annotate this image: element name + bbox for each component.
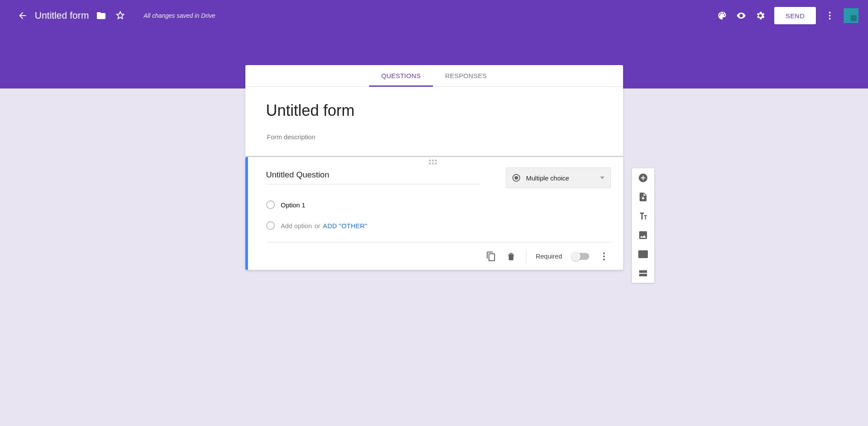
required-label: Required: [536, 252, 562, 260]
form-title[interactable]: Untitled form: [266, 102, 602, 120]
tab-responses[interactable]: RESPONSES: [433, 65, 499, 86]
add-option-text[interactable]: Add option: [281, 222, 312, 229]
palette-icon[interactable]: [717, 10, 727, 21]
form-title-header[interactable]: Untitled form: [35, 10, 89, 21]
svg-point-0: [829, 12, 831, 13]
required-toggle[interactable]: [572, 253, 589, 260]
duplicate-icon[interactable]: [486, 251, 496, 262]
send-button[interactable]: SEND: [774, 7, 816, 24]
more-vert-icon[interactable]: [599, 251, 609, 262]
question-type-select[interactable]: Multiple choice: [506, 167, 611, 188]
back-arrow-icon[interactable]: [17, 10, 28, 21]
add-other-button[interactable]: ADD "OTHER": [323, 222, 367, 229]
radio-outline-icon: [266, 221, 275, 230]
svg-point-4: [603, 256, 605, 257]
drag-handle-icon[interactable]: [429, 160, 439, 164]
add-option-row: Add option or ADD "OTHER": [266, 221, 611, 230]
add-question-icon[interactable]: [638, 173, 648, 183]
preview-icon[interactable]: [736, 10, 746, 21]
option-label[interactable]: Option 1: [281, 201, 306, 209]
form-header-card: QUESTIONS RESPONSES Untitled form: [245, 65, 623, 156]
add-video-icon[interactable]: [638, 249, 648, 259]
option-row[interactable]: Option 1: [266, 200, 611, 209]
question-card: Multiple choice Option 1 Add option or A…: [245, 157, 623, 270]
add-title-icon[interactable]: [638, 211, 648, 221]
question-footer: Required: [266, 242, 611, 270]
star-icon[interactable]: [115, 10, 125, 21]
form-description-input[interactable]: [266, 133, 602, 141]
tab-questions[interactable]: QUESTIONS: [369, 65, 433, 86]
svg-point-5: [603, 259, 605, 260]
svg-point-1: [829, 15, 831, 16]
save-status: All changes saved in Drive: [144, 12, 215, 19]
radio-outline-icon: [266, 200, 275, 209]
chevron-down-icon: [600, 177, 604, 179]
svg-point-3: [603, 252, 605, 254]
radio-icon: [512, 174, 520, 182]
folder-icon[interactable]: [96, 10, 106, 21]
or-text: or: [314, 222, 320, 229]
floating-toolbar: [632, 168, 654, 283]
question-title-input[interactable]: [266, 167, 480, 184]
more-vert-icon[interactable]: [825, 10, 835, 21]
delete-icon[interactable]: [506, 251, 516, 262]
settings-gear-icon[interactable]: [755, 10, 766, 21]
tabs: QUESTIONS RESPONSES: [245, 65, 623, 87]
question-type-label: Multiple choice: [526, 174, 569, 182]
import-questions-icon[interactable]: [638, 192, 648, 202]
account-avatar[interactable]: [844, 8, 858, 23]
divider: [526, 249, 526, 263]
svg-point-2: [829, 18, 831, 20]
add-image-icon[interactable]: [638, 230, 648, 240]
add-section-icon[interactable]: [638, 268, 648, 279]
